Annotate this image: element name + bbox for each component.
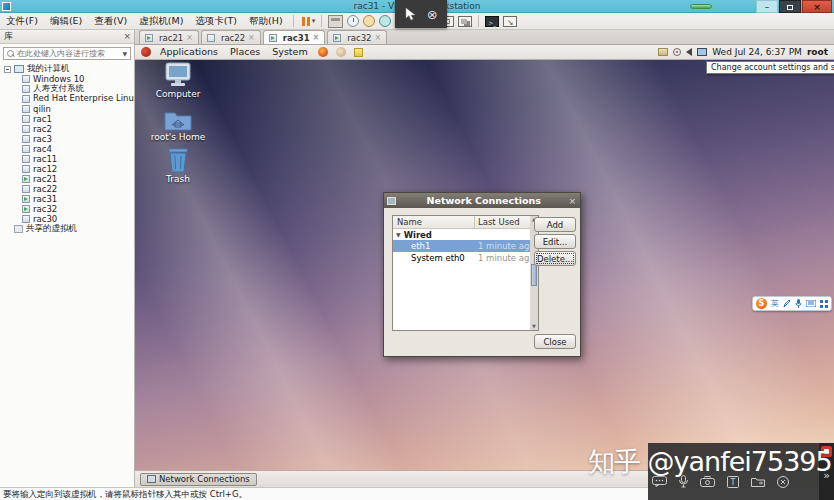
maximize-button[interactable] <box>779 0 801 13</box>
panel-username[interactable]: root <box>807 47 828 57</box>
minimize-button[interactable]: – <box>756 0 778 13</box>
tree-node-vm[interactable]: Windows 10 <box>0 74 134 84</box>
tree-node-vm[interactable]: rac3 <box>0 134 134 144</box>
tree-node-vm[interactable]: qilin <box>0 104 134 114</box>
tree-node-vm[interactable]: rac1 <box>0 114 134 124</box>
tree-root-label: 我的计算机 <box>27 64 70 74</box>
red-hat-menu-icon[interactable] <box>141 47 151 57</box>
library-search-input[interactable] <box>17 49 122 58</box>
volume-icon[interactable] <box>686 48 692 56</box>
console-view-icon[interactable]: >_ <box>485 16 499 27</box>
guest-desktop: Applications Places System Wed Jul 24, 6… <box>135 45 834 487</box>
tree-node-shared-vms[interactable]: 共享的虚拟机 <box>0 224 134 234</box>
group-row-wired[interactable]: ▼ Wired <box>393 229 537 240</box>
sogou-keyboard-icon[interactable] <box>806 300 816 307</box>
tab-close-icon[interactable]: × <box>375 33 382 42</box>
menu-file[interactable]: 文件(F) <box>0 13 44 29</box>
unity-mode-icon[interactable] <box>458 16 472 27</box>
dismiss-overlay-icon[interactable]: ⊗ <box>427 7 438 22</box>
tree-node-vm[interactable]: rac11 <box>0 154 134 164</box>
tree-node-vm[interactable]: 人寿支付系统 <box>0 84 134 94</box>
sogou-toolbox-icon[interactable] <box>820 300 828 308</box>
search-dropdown-icon[interactable]: ▼ <box>122 50 130 57</box>
vm-label: 人寿支付系统 <box>33 84 84 94</box>
user-status-icon[interactable] <box>673 48 681 56</box>
menu-tabs[interactable]: 选项卡(T) <box>189 13 243 29</box>
vm-icon <box>22 125 30 133</box>
tab-rac21[interactable]: rac21× <box>139 30 199 44</box>
vm-running-icon <box>22 175 30 183</box>
close-button[interactable]: Close <box>534 334 576 349</box>
edit-button[interactable]: Edit... <box>534 234 576 249</box>
tree-node-vm[interactable]: rac21 <box>0 174 134 184</box>
connection-row-eth1[interactable]: eth1 1 minute ago <box>393 240 537 252</box>
tree-node-vm[interactable]: rac2 <box>0 124 134 134</box>
sogou-logo-icon[interactable]: S <box>756 298 767 309</box>
sogou-input-bar[interactable]: S 英 <box>752 296 832 311</box>
menu-edit[interactable]: 编辑(E) <box>44 13 88 29</box>
vm-icon <box>22 135 30 143</box>
suspend-dropdown-icon[interactable]: ▾ <box>312 17 316 25</box>
notes-icon[interactable] <box>354 48 363 57</box>
menu-help[interactable]: 帮助(H) <box>243 13 289 29</box>
tree-node-vm[interactable]: rac22 <box>0 184 134 194</box>
tree-node-vm[interactable]: rac12 <box>0 164 134 174</box>
fit-guest-icon[interactable]: ↘ <box>503 16 517 27</box>
toolbar-separator <box>293 15 294 27</box>
dialog-title: Network Connections <box>399 195 568 206</box>
tree-node-vm[interactable]: rac4 <box>0 144 134 154</box>
taskbar-network-connections-button[interactable]: Network Connections <box>140 473 257 486</box>
tree-node-vm[interactable]: rac31 <box>0 194 134 204</box>
list-scrollbar[interactable]: ▲ ▼ <box>530 215 539 331</box>
close-window-button[interactable]: × <box>802 0 832 13</box>
sogou-pen-icon[interactable] <box>783 299 791 308</box>
vm-icon <box>22 115 30 123</box>
revert-snapshot-icon[interactable] <box>363 15 375 27</box>
tab-close-icon[interactable]: × <box>313 33 320 42</box>
scroll-down-icon[interactable]: ▼ <box>530 323 538 329</box>
desktop-icon-trash[interactable]: Trash <box>140 147 216 184</box>
firefox-icon[interactable] <box>318 47 328 57</box>
library-close-icon[interactable]: × <box>123 30 131 43</box>
tab-close-icon[interactable]: × <box>186 33 193 42</box>
group-label: Wired <box>404 230 432 240</box>
tree-node-vm[interactable]: Red Hat Enterprise Linux 7 64 位 <box>0 94 134 104</box>
places-menu[interactable]: Places <box>224 45 266 59</box>
toolbar-separator <box>321 15 322 27</box>
tab-close-icon[interactable]: × <box>248 33 255 42</box>
evolution-icon[interactable] <box>336 47 346 57</box>
network-tray-icon[interactable] <box>697 48 707 56</box>
manage-snapshots-icon[interactable] <box>379 15 391 27</box>
group-expander-icon[interactable]: ▼ <box>396 231 401 238</box>
scrollbar-thumb[interactable] <box>531 264 537 286</box>
add-button[interactable]: Add <box>534 217 576 232</box>
tree-node-vm[interactable]: rac30 <box>0 214 134 224</box>
tab-rac22[interactable]: rac22× <box>201 30 261 44</box>
tab-rac31[interactable]: rac31× <box>263 30 326 44</box>
tree-node-vm[interactable]: rac32 <box>0 204 134 214</box>
desktop-icon-home[interactable]: root's Home <box>140 109 216 142</box>
send-ctrl-alt-del-icon[interactable] <box>328 15 343 28</box>
tab-rac32[interactable]: rac32× <box>327 30 387 44</box>
dialog-titlebar[interactable]: Network Connections × <box>384 193 580 208</box>
panel-clock[interactable]: Wed Jul 24, 6:37 PM <box>712 47 802 57</box>
desktop-icon-computer[interactable]: Computer <box>140 62 216 99</box>
take-snapshot-icon[interactable] <box>347 15 359 27</box>
input-method-icon[interactable] <box>658 48 668 56</box>
connection-last-used: 1 minute ago <box>475 253 537 263</box>
system-menu[interactable]: System <box>266 45 313 59</box>
connection-row-system-eth0[interactable]: System eth0 1 minute ago <box>393 252 537 264</box>
library-sidebar: 库 × ▼ 我的计算机 Windows 10 人寿支付系统 Red Hat En… <box>0 30 135 487</box>
column-name[interactable]: Name <box>393 216 475 228</box>
applications-menu[interactable]: Applications <box>154 45 224 59</box>
sogou-mic-icon[interactable] <box>795 299 802 309</box>
delete-button[interactable]: Delete... <box>534 251 576 266</box>
sogou-language-icon[interactable]: 英 <box>771 297 779 310</box>
menu-view[interactable]: 查看(V) <box>88 13 133 29</box>
menu-vm[interactable]: 虚拟机(M) <box>133 13 189 29</box>
suspend-vm-button[interactable] <box>302 17 310 26</box>
column-last-used[interactable]: Last Used <box>475 216 537 228</box>
tree-node-my-computer[interactable]: 我的计算机 <box>0 64 134 74</box>
tree-expander-icon[interactable] <box>4 66 11 73</box>
dialog-close-icon[interactable]: × <box>568 196 580 206</box>
